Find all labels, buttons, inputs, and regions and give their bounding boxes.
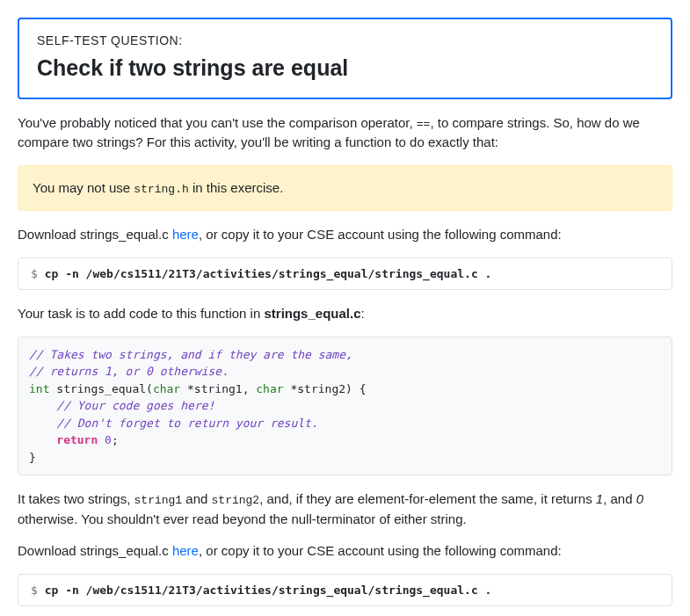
download-paragraph-1: Download strings_equal.c here, or copy i… [18, 225, 672, 245]
code-literal-zero: 0 [105, 433, 112, 446]
code-comment: // Your code goes here! [56, 399, 214, 412]
question-title: Check if two strings are equal [37, 52, 653, 85]
code-comment: // Takes two strings, and if they are th… [29, 348, 352, 361]
explain-text: , and [603, 491, 636, 506]
code-indent [29, 417, 56, 430]
download-link[interactable]: here [172, 227, 199, 242]
copy-command-block-1: $ cp -n /web/cs1511/21T3/activities/stri… [18, 257, 672, 291]
equals-operator: == [417, 118, 431, 131]
code-keyword-char: char [256, 382, 283, 395]
download-link[interactable]: here [172, 543, 199, 558]
download-pre: Download strings_equal.c [18, 543, 172, 558]
code-close-brace: } [29, 451, 36, 464]
code-indent [29, 399, 56, 412]
literal-one: 1 [596, 491, 603, 506]
warning-callout: You may not use string.h in this exercis… [18, 165, 672, 212]
shell-prompt: $ [31, 267, 45, 280]
explain-text: and [182, 491, 211, 506]
string1-code: string1 [134, 494, 183, 507]
explain-text: otherwise. You shouldn't ever read beyon… [18, 511, 467, 526]
self-test-question-box: SELF-TEST QUESTION: Check if two strings… [18, 18, 672, 99]
copy-command-block-2: $ cp -n /web/cs1511/21T3/activities/stri… [18, 574, 672, 607]
task-paragraph-1: Your task is to add code to this functio… [18, 304, 672, 324]
shell-command: cp -n /web/cs1511/21T3/activities/string… [45, 583, 492, 597]
code-snippet-1: // Takes two strings, and if they are th… [18, 337, 672, 476]
question-label: SELF-TEST QUESTION: [37, 32, 653, 50]
explanation-paragraph: It takes two strings, string1 and string… [18, 489, 672, 529]
code-comment: // Don't forget to return your result. [56, 417, 317, 430]
string2-code: string2 [212, 494, 260, 507]
literal-zero: 0 [636, 491, 643, 506]
code-keyword-int: int [29, 382, 49, 395]
code-indent [29, 433, 56, 446]
task-filename: strings_equal.c [264, 306, 360, 321]
warning-post: in this exercise. [189, 180, 284, 195]
code-arg: *string1, [180, 382, 256, 395]
warning-code: string.h [134, 183, 188, 196]
download-pre: Download strings_equal.c [18, 227, 172, 242]
shell-command: cp -n /web/cs1511/21T3/activities/string… [45, 267, 492, 280]
warning-pre: You may not use [33, 180, 134, 195]
code-keyword-char: char [153, 382, 180, 395]
explain-text: , and, if they are element-for-element t… [259, 491, 596, 506]
code-space [98, 433, 105, 446]
download-paragraph-2: Download strings_equal.c here, or copy i… [18, 541, 672, 562]
code-semicolon: ; [112, 433, 119, 446]
task-post: : [361, 306, 365, 321]
code-comment: // returns 1, or 0 otherwise. [29, 365, 229, 378]
code-keyword-return: return [56, 433, 98, 446]
download-post: , or copy it to your CSE account using t… [199, 543, 562, 558]
code-arg: *string2) { [284, 382, 367, 395]
download-post: , or copy it to your CSE account using t… [199, 227, 562, 242]
intro-paragraph: You've probably noticed that you can't u… [18, 113, 672, 153]
shell-prompt: $ [31, 583, 45, 597]
intro-text-1: You've probably noticed that you can't u… [18, 115, 417, 130]
explain-text: It takes two strings, [18, 491, 134, 506]
code-fn: strings_equal( [49, 382, 152, 395]
task-pre: Your task is to add code to this functio… [18, 306, 264, 321]
